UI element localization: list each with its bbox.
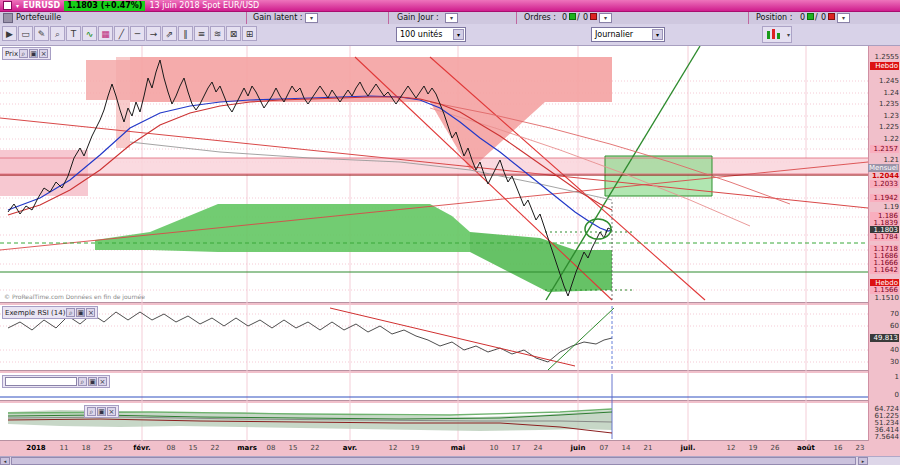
ordres-label: Ordres : [524, 13, 556, 22]
ribbon-indicator-panel[interactable] [0, 403, 868, 441]
text-tool[interactable]: T [66, 26, 81, 41]
axis-tick: 1.23 [872, 112, 899, 120]
x-axis-label: 12 [389, 444, 398, 452]
price-axis[interactable]: 1.2555Hebdo1.2451.241.2351.231.2251.221.… [868, 46, 900, 441]
axis-tick: 1.1784 [870, 233, 899, 241]
axis-tick: Hebdo [870, 62, 899, 70]
extended-line-tool[interactable]: ⇗ [162, 26, 177, 41]
eraser-tool[interactable]: ▭ [18, 26, 33, 41]
sell-indicator-icon [828, 13, 835, 20]
position-slash: / [815, 13, 818, 22]
scroll-left-icon[interactable]: ◂ [0, 457, 10, 465]
date-label: 13 juin 2018 Spot EUR/USD [149, 1, 259, 10]
x-axis-label: 2018 [26, 444, 45, 452]
units-dropdown[interactable]: 100 unités ▾ [396, 27, 466, 42]
x-axis-label: mai [451, 444, 465, 452]
axis-tick: 1 [872, 373, 899, 381]
separator [246, 12, 247, 24]
axis-tick: 40 [872, 346, 899, 354]
zoom-icon[interactable]: ⌕ [78, 377, 87, 386]
pencil-tool[interactable]: ✎ [34, 26, 49, 41]
parallel-channel-tool[interactable]: ∥ [178, 26, 193, 41]
zoom-icon[interactable]: ⌕ [66, 308, 75, 317]
chevron-down-icon: ▾ [652, 29, 663, 40]
cursor-tool[interactable]: ▶ [2, 26, 17, 41]
ordres-count-buy: 0 [562, 13, 567, 22]
ordres-dropdown[interactable]: ▾ [599, 13, 612, 23]
close-icon[interactable]: × [86, 308, 95, 317]
x-axis-label: 21 [644, 444, 653, 452]
x-axis-label: 12 [727, 444, 736, 452]
delete-drawings-tool[interactable]: ⊠ [226, 26, 241, 41]
x-axis-label: avr. [343, 444, 357, 452]
sell-indicator-icon [590, 13, 597, 20]
scrollbar-thumb[interactable] [11, 457, 856, 465]
zigzag-tool[interactable]: ≋ [210, 26, 225, 41]
chart-style-button[interactable]: ▾ [762, 26, 792, 43]
timeframe-value: Journalier [595, 30, 633, 39]
arrow-line-tool[interactable]: → [146, 26, 161, 41]
axis-tick: 7.5644 [872, 433, 899, 441]
axis-tick: 1.2555 [872, 53, 899, 61]
close-icon[interactable]: × [39, 49, 48, 58]
fibonacci-tool[interactable]: ≡ [194, 26, 209, 41]
symbol-label: EURUSD [23, 1, 60, 10]
panel-settings-icon[interactable]: ▣ [88, 377, 97, 386]
price-panel[interactable] [0, 46, 868, 303]
axis-tick: 30 [872, 358, 899, 366]
x-axis-label: 15 [189, 444, 198, 452]
grid-tool[interactable]: ⊞ [242, 26, 257, 41]
indicator-search-input[interactable] [5, 377, 77, 386]
x-axis-label: 25 [104, 444, 113, 452]
position-dropdown[interactable]: ▾ [837, 13, 850, 23]
timeframe-dropdown[interactable]: Journalier ▾ [591, 27, 665, 42]
x-axis-label: juil. [681, 444, 696, 452]
zoom-tool[interactable]: ⌕ [50, 26, 65, 41]
x-axis-label: 08 [267, 444, 276, 452]
portfolio-label[interactable]: Portefeuille [16, 13, 61, 22]
panel-settings-icon[interactable]: ▣ [76, 308, 85, 317]
price-panel-chip: Prix ⌕ ▣ × [2, 47, 51, 60]
portfolio-icon[interactable] [3, 13, 13, 23]
buy-indicator-icon [569, 13, 576, 20]
drawing-toolbar: ▶▭✎⌕T∿▦╱─→⇗∥≡≋⊠⊞ 100 unités ▾ Journalier… [0, 24, 900, 46]
panel-settings-icon[interactable]: ▣ [97, 407, 106, 416]
panel-settings-icon[interactable]: ▣ [29, 49, 38, 58]
axis-tick: 70 [872, 310, 899, 318]
indicators-tool[interactable]: ∿ [82, 26, 97, 41]
scroll-right-icon[interactable]: ▸ [858, 457, 868, 465]
title-bar: ▾ EURUSD 1.1803 (+0.47%) 13 juin 2018 Sp… [0, 0, 900, 12]
separator [748, 12, 749, 24]
zoom-icon[interactable]: ⌕ [19, 49, 28, 58]
axis-tick: 1.1566 [870, 286, 899, 294]
close-icon[interactable]: × [98, 377, 107, 386]
candlestick-icon [767, 31, 770, 39]
aux-indicator-panel[interactable] [0, 373, 868, 401]
symbol-caret-icon[interactable]: ▾ [16, 2, 19, 9]
candlestick-icon [772, 29, 775, 39]
time-axis[interactable]: 2018111825févr.081522mars081522avr.1219m… [0, 441, 868, 456]
horizontal-scrollbar[interactable]: ◂ ▸ [0, 456, 900, 465]
close-icon[interactable]: × [107, 407, 116, 416]
x-axis-label: févr. [133, 444, 150, 452]
x-axis-label: 08 [167, 444, 176, 452]
horizontal-line-tool[interactable]: ─ [130, 26, 145, 41]
rsi-panel[interactable] [0, 305, 868, 371]
separator [388, 12, 389, 24]
axis-tick: 1.21 [872, 156, 899, 164]
x-axis-label: 10 [490, 444, 499, 452]
x-axis-label: 24 [534, 444, 543, 452]
gain-jour-label: Gain Jour : [397, 13, 439, 22]
axis-tick: 1.225 [872, 123, 899, 131]
ordres-count-sell: 0 [583, 13, 588, 22]
price-panel-title: Prix [5, 49, 18, 59]
axis-tick: 1.1942 [870, 194, 899, 202]
gain-jour-dropdown[interactable]: ▾ [445, 13, 458, 23]
candlestick-icon [777, 33, 780, 39]
x-axis-label: 23 [856, 444, 865, 452]
trend-line-tool[interactable]: ╱ [114, 26, 129, 41]
display-mode-tool[interactable]: ▦ [98, 26, 113, 41]
position-count-sell: 0 [821, 13, 826, 22]
zoom-icon[interactable]: ⌕ [87, 407, 96, 416]
gain-latent-dropdown[interactable]: ▾ [305, 13, 318, 23]
